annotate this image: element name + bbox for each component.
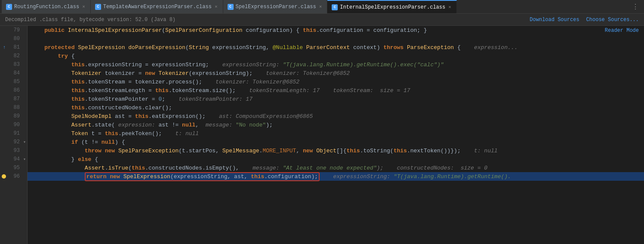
code-text-82: try { (31, 53, 74, 59)
fold-81 (22, 43, 28, 52)
code-content: Reader Mode public InternalSpelExpressio… (28, 26, 644, 244)
tab-spel-parser[interactable]: C SpelExpressionParser.class × (223, 0, 328, 14)
line-num-87: 87 (9, 95, 22, 103)
tab-label-internal: InternalSpelExpressionParser.class (340, 4, 445, 10)
gutter-cell-95 (0, 164, 9, 172)
tab-label-routing: RoutingFunction.class (14, 4, 79, 10)
gutter-cell-79 (0, 26, 9, 34)
line-num-84: 84 (9, 69, 22, 77)
info-bar-actions: Download Sources Choose Sources... (530, 17, 639, 23)
line-num-90: 90 (9, 120, 22, 129)
gutter-cell-94 (0, 155, 9, 164)
gutter-cell-87 (0, 95, 9, 103)
code-line-81: protected SpelExpression doParseExpressi… (28, 43, 644, 52)
code-text-81: protected SpelExpression doParseExpressi… (31, 44, 518, 51)
tab-icon-internal: C (332, 4, 338, 10)
code-line-89: SpelNodeImpl ast = this.eatExpression();… (28, 112, 644, 120)
fold-89 (22, 112, 28, 120)
code-text-85: this.tokenStream = tokenizer.process(); … (31, 79, 299, 85)
gutter-cell-90 (0, 120, 9, 129)
code-text-93: throw new SpelParseException(t.startPos,… (31, 148, 498, 154)
breakpoint-dot-96 (2, 174, 6, 179)
choose-sources-link[interactable]: Choose Sources... (586, 17, 639, 23)
tab-icon-routing: C (6, 4, 12, 10)
fold-82 (22, 52, 28, 60)
tab-close-template[interactable]: × (214, 4, 219, 9)
gutter-cell-80 (0, 34, 9, 43)
line-num-95: 95 (9, 164, 22, 172)
code-line-94: } else { (28, 155, 644, 164)
tab-close-internal[interactable]: × (447, 5, 452, 10)
fold-84 (22, 69, 28, 77)
line-num-94: 94 (9, 155, 22, 164)
code-line-88: this.constructedNodes.clear(); (28, 103, 644, 112)
side-gutter: ↑ (0, 26, 9, 244)
info-bar: Decompiled .class file, bytecode version… (0, 14, 644, 26)
gutter-cell-91 (0, 129, 9, 138)
code-text-88: this.constructedNodes.clear(); (31, 105, 172, 111)
fold-86 (22, 86, 28, 95)
tab-menu-button[interactable]: ⋮ (629, 3, 642, 11)
gutter-cell-81: ↑ (0, 43, 9, 52)
fold-87 (22, 95, 28, 103)
gutter-cell-84 (0, 69, 9, 77)
gutter-cell-92 (0, 138, 9, 146)
fold-85 (22, 77, 28, 86)
code-line-95: Assert.isTrue(this.constructedNodes.isEm… (28, 164, 644, 172)
red-box-highlight: return new SpelExpression(expressionStri… (85, 172, 320, 181)
fold-92[interactable]: ▾ (22, 138, 28, 146)
code-line-79: public InternalSpelExpressionParser(Spel… (28, 26, 644, 34)
gutter-cell-86 (0, 86, 9, 95)
tab-close-spel[interactable]: × (318, 4, 323, 9)
fold-83 (22, 60, 28, 69)
fold-79 (22, 26, 28, 34)
code-line-86: this.tokenStreamLength = this.tokenStrea… (28, 86, 644, 95)
gutter-cell-93 (0, 146, 9, 155)
code-line-92: if (t != null) { (28, 138, 644, 146)
download-sources-link[interactable]: Download Sources (530, 17, 579, 23)
code-text-79: public InternalSpelExpressionParser(Spel… (31, 27, 427, 34)
tab-close-routing[interactable]: × (81, 4, 86, 9)
tab-icon-template: C (95, 4, 101, 10)
code-line-87: this.tokenStreamPointer = 0; tokenStream… (28, 95, 644, 103)
code-line-93: throw new SpelParseException(t.startPos,… (28, 146, 644, 155)
line-num-83: 83 (9, 60, 22, 69)
line-num-93: 93 (9, 146, 22, 155)
gutter-cell-89 (0, 112, 9, 120)
gutter-cell-85 (0, 77, 9, 86)
fold-94[interactable]: ▾ (22, 155, 28, 164)
tab-icon-spel: C (228, 4, 234, 10)
line-numbers: 79 80 81 82 83 84 85 86 87 88 89 90 91 9… (9, 26, 22, 244)
code-line-84: Tokenizer tokenizer = new Tokenizer(expr… (28, 69, 644, 77)
fold-80 (22, 34, 28, 43)
tab-routing-function[interactable]: C RoutingFunction.class × (2, 0, 91, 14)
gutter-cell-83 (0, 60, 9, 69)
code-text-89: SpelNodeImpl ast = this.eatExpression();… (31, 113, 313, 120)
fold-col: ▾ ▾ (22, 26, 28, 244)
code-line-82: try { (28, 52, 644, 60)
code-text-92: if (t != null) { (31, 139, 125, 145)
tab-label-template: TemplateAwareExpressionParser.class (103, 4, 212, 10)
line-num-89: 89 (9, 112, 22, 120)
decompiled-info: Decompiled .class file, bytecode version… (5, 17, 176, 23)
fold-93 (22, 146, 28, 155)
arrow-marker-81: ↑ (3, 45, 6, 50)
tab-internal-spel[interactable]: C InternalSpelExpressionParser.class × (327, 0, 456, 14)
line-num-80: 80 (9, 34, 22, 43)
gutter-cell-96 (0, 172, 9, 181)
code-text-87: this.tokenStreamPointer = 0; tokenStream… (31, 96, 253, 102)
gutter-cell-82 (0, 52, 9, 60)
code-text-94: } else { (31, 156, 98, 163)
code-text-86: this.tokenStreamLength = this.tokenStrea… (31, 87, 410, 94)
editor: ↑ 79 80 81 82 83 84 85 86 87 88 89 90 91… (0, 26, 644, 244)
line-num-86: 86 (9, 86, 22, 95)
code-line-83: this.expressionString = expressionString… (28, 60, 644, 69)
code-line-85: this.tokenStream = tokenizer.process(); … (28, 77, 644, 86)
line-num-92: 92 (9, 138, 22, 146)
code-text-90: Assert.state( expression: ast != null, m… (31, 122, 273, 128)
gutter-cell-88 (0, 103, 9, 112)
line-num-79: 79 (9, 26, 22, 34)
line-num-82: 82 (9, 52, 22, 60)
line-num-85: 85 (9, 77, 22, 86)
tab-template-aware[interactable]: C TemplateAwareExpressionParser.class × (91, 0, 223, 14)
